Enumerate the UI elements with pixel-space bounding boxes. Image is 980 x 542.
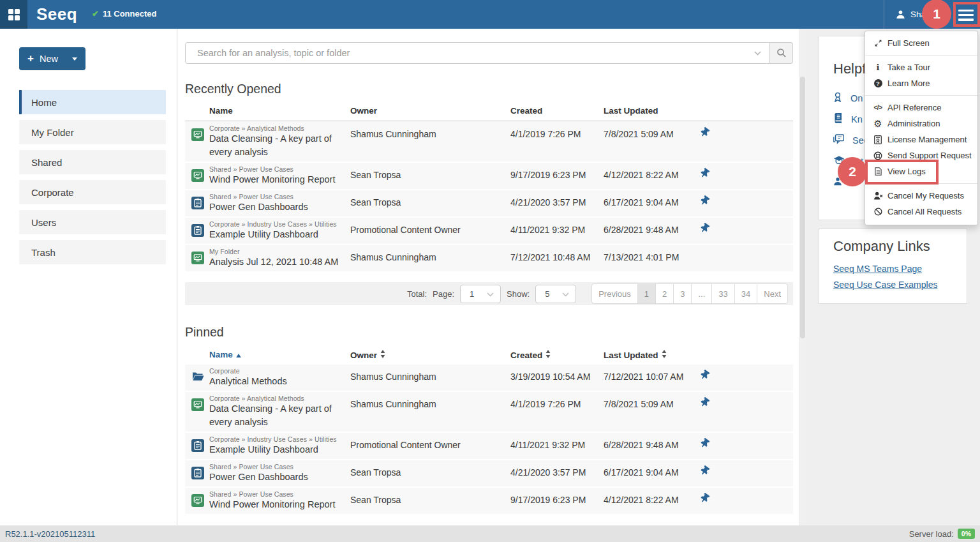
page-select[interactable]: 1 — [460, 285, 501, 303]
item-updated: 4/12/2021 8:22 AM — [604, 495, 679, 505]
item-owner: Sean Tropsa — [350, 170, 401, 180]
company-link-seeq-use-case-examples[interactable]: Seeq Use Case Examples — [833, 280, 967, 290]
page-button-3[interactable]: 3 — [673, 283, 692, 304]
item-name-cell[interactable]: CorporateAnalytical Methods — [209, 367, 346, 388]
column-header-owner[interactable]: Owner — [350, 350, 385, 360]
pinned-title: Pinned — [185, 325, 224, 340]
search-icon — [776, 48, 787, 58]
annotation-circle-2: 2 — [838, 157, 867, 186]
pin-icon[interactable] — [700, 439, 709, 450]
page-button-next[interactable]: Next — [757, 283, 788, 304]
item-name-cell[interactable]: Corporate » Industry Use Cases » Utiliti… — [209, 435, 346, 456]
sidebar-item-home[interactable]: Home — [19, 90, 166, 114]
item-name[interactable]: Wind Power Monitoring Report — [209, 498, 346, 511]
item-name[interactable]: Example Utility Dashboard — [209, 228, 346, 241]
column-header-name[interactable]: Name — [209, 350, 241, 359]
menu-item-take-a-tour[interactable]: iTake a Tour — [865, 59, 977, 75]
column-header-last-updated[interactable]: Last Updated — [604, 350, 667, 360]
item-name[interactable]: Power Gen Dashboards — [209, 200, 346, 214]
table-row[interactable]: Corporate » Analytical MethodsData Clean… — [185, 122, 793, 162]
menu-item-cancel-all-requests[interactable]: Cancel All Requests — [865, 204, 977, 220]
column-header-last-updated: Last Updated — [604, 106, 658, 116]
recently-opened-rows: Corporate » Analytical MethodsData Clean… — [185, 122, 793, 273]
item-updated: 7/8/2021 5:09 AM — [604, 129, 674, 139]
table-row[interactable]: Corporate » Industry Use Cases » Utiliti… — [185, 433, 793, 459]
connection-status[interactable]: ✔ 11 Connected — [92, 9, 156, 19]
item-name-cell[interactable]: Shared » Power Use CasesPower Gen Dashbo… — [209, 193, 346, 214]
sidebar-item-trash[interactable]: Trash — [19, 240, 166, 264]
menu-item-full-screen[interactable]: Full Screen — [865, 35, 977, 51]
scrollbar-thumb[interactable] — [800, 77, 805, 338]
menu-item-cancel-my-requests[interactable]: Cancel My Requests — [865, 188, 977, 204]
item-owner: Sean Tropsa — [350, 197, 401, 207]
menu-divider — [865, 55, 977, 56]
new-button[interactable]: + New — [19, 47, 85, 70]
page-button-previous[interactable]: Previous — [591, 283, 638, 304]
pin-icon[interactable] — [700, 128, 709, 139]
pin-icon[interactable] — [700, 398, 709, 409]
column-header-created[interactable]: Created — [510, 350, 551, 360]
column-label: Created — [510, 350, 542, 360]
item-name[interactable]: Data Cleansing - A key part of every ana… — [209, 402, 346, 429]
table-row[interactable]: Shared » Power Use CasesPower Gen Dashbo… — [185, 460, 793, 486]
table-row[interactable]: Corporate » Analytical MethodsData Clean… — [185, 392, 793, 432]
menu-item-learn-more[interactable]: ?Learn More — [865, 75, 977, 91]
page-button-item[interactable]: ... — [691, 283, 712, 304]
menu-item-api-reference[interactable]: </>API Reference — [865, 100, 977, 116]
apps-grid-button[interactable] — [0, 0, 27, 29]
sidebar-item-shared[interactable]: Shared — [19, 150, 166, 174]
status-bar: R52.1.1-v202105112311 Server load: 0% — [0, 525, 980, 542]
pin-icon[interactable] — [700, 169, 709, 180]
sidebar-item-corporate[interactable]: Corporate — [19, 180, 166, 204]
item-owner: Shamus Cunningham — [350, 252, 436, 262]
pin-icon[interactable] — [700, 196, 709, 207]
item-name-cell[interactable]: Shared » Power Use CasesWind Power Monit… — [209, 490, 346, 511]
pinned-rows: CorporateAnalytical MethodsShamus Cunnin… — [185, 365, 793, 515]
item-name[interactable]: Data Cleansing - A key part of every ana… — [209, 132, 346, 159]
sidebar-item-my-folder[interactable]: My Folder — [19, 120, 166, 144]
item-name-cell[interactable]: Corporate » Industry Use Cases » Utiliti… — [209, 220, 346, 241]
item-name-cell[interactable]: Shared » Power Use CasesWind Power Monit… — [209, 165, 346, 186]
user-menu[interactable]: Sha — [896, 0, 926, 29]
item-name-cell[interactable]: Shared » Power Use CasesPower Gen Dashbo… — [209, 463, 346, 484]
item-name[interactable]: Power Gen Dashboards — [209, 470, 346, 484]
search-input[interactable]: Search for an analysis, topic or folder — [185, 42, 770, 64]
item-name-cell[interactable]: Corporate » Analytical MethodsData Clean… — [209, 124, 346, 159]
vertical-scrollbar[interactable] — [799, 29, 806, 525]
table-row[interactable]: Shared » Power Use CasesWind Power Monit… — [185, 488, 793, 514]
page-button-2[interactable]: 2 — [655, 283, 674, 304]
item-name[interactable]: Example Utility Dashboard — [209, 443, 346, 456]
pin-icon[interactable] — [700, 370, 709, 382]
item-owner: Promotional Content Owner — [350, 440, 461, 450]
item-name[interactable]: Analytical Methods — [209, 375, 346, 388]
table-row[interactable]: CorporateAnalytical MethodsShamus Cunnin… — [185, 365, 793, 391]
seeq-logo[interactable]: Seeq — [36, 4, 77, 24]
table-row[interactable]: Shared » Power Use CasesWind Power Monit… — [185, 163, 793, 189]
page-button-34[interactable]: 34 — [734, 283, 757, 304]
pin-icon[interactable] — [700, 466, 709, 478]
page-button-1[interactable]: 1 — [637, 283, 656, 304]
table-row[interactable]: Shared » Power Use CasesPower Gen Dashbo… — [185, 190, 793, 216]
table-row[interactable]: My FolderAnalysis Jul 12, 2021 10:48 AMS… — [185, 245, 793, 271]
item-name-cell[interactable]: Corporate » Analytical MethodsData Clean… — [209, 395, 346, 429]
item-name-cell[interactable]: My FolderAnalysis Jul 12, 2021 10:48 AM — [209, 248, 346, 269]
item-updated: 6/17/2021 9:04 AM — [604, 197, 679, 207]
gear-icon: ⚙ — [873, 119, 883, 128]
menu-item-administration[interactable]: ⚙Administration — [865, 116, 977, 132]
pin-icon[interactable] — [700, 223, 709, 235]
show-select[interactable]: 5 — [535, 285, 576, 303]
page-button-33[interactable]: 33 — [711, 283, 734, 304]
search-button[interactable] — [770, 42, 793, 64]
table-row[interactable]: Corporate » Industry Use Cases » Utiliti… — [185, 218, 793, 244]
menu-item-license-management[interactable]: License Management — [865, 132, 977, 147]
caret-down-icon[interactable] — [72, 57, 77, 61]
sidebar-item-users[interactable]: Users — [19, 210, 166, 234]
item-name[interactable]: Wind Power Monitoring Report — [209, 173, 346, 186]
item-name[interactable]: Analysis Jul 12, 2021 10:48 AM — [209, 255, 346, 269]
item-created: 9/17/2019 6:23 PM — [510, 495, 586, 505]
connection-label: 11 Connected — [103, 9, 157, 19]
pinned-header: NameOwnerCreatedLast Updated — [185, 348, 793, 365]
pin-icon[interactable] — [700, 493, 709, 505]
topic-icon — [191, 197, 204, 209]
company-link-seeq-ms-teams-page[interactable]: Seeq MS Teams Page — [833, 264, 967, 274]
